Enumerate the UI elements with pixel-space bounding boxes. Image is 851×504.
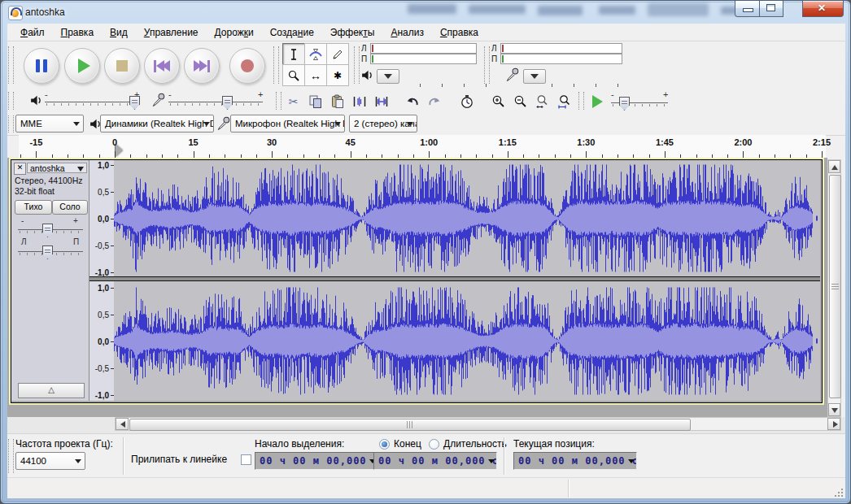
toolbar-grip[interactable] — [273, 46, 279, 84]
project-rate-combo[interactable]: 44100 — [15, 452, 85, 470]
scroll-up-button[interactable] — [828, 160, 840, 173]
scroll-right-button[interactable] — [827, 418, 840, 430]
meter-dropdown-button[interactable] — [523, 69, 546, 84]
skip-to-start-button[interactable] — [144, 48, 180, 84]
waveform-channel-right[interactable] — [114, 281, 820, 401]
pause-button[interactable] — [24, 48, 59, 84]
paste-button[interactable] — [325, 90, 349, 113]
scroll-down-button[interactable] — [828, 403, 840, 416]
play-at-speed-icon — [592, 95, 603, 108]
menu-item-Эффекты[interactable]: Эффекты — [322, 24, 383, 41]
separator — [123, 437, 124, 475]
play-button[interactable] — [64, 48, 100, 84]
timeline-tick — [822, 151, 823, 158]
cut-button[interactable]: ✂ — [281, 90, 305, 113]
multi-tool-button[interactable]: ✱ — [326, 64, 349, 86]
toolbar-grip[interactable] — [578, 92, 584, 110]
menu-item-Управление[interactable]: Управление — [136, 24, 207, 41]
silence-icon — [374, 94, 389, 109]
end-radio[interactable] — [379, 439, 390, 450]
clip-indicator — [372, 55, 373, 63]
stop-button[interactable] — [104, 48, 140, 84]
playback-speed-thumb[interactable] — [619, 97, 630, 111]
horizontal-scroll-thumb[interactable] — [129, 419, 691, 431]
audio-position-field[interactable]: 00 ч 00 м 00,000 с — [513, 452, 637, 470]
pan-slider-thumb[interactable] — [42, 245, 53, 259]
fit-project-button[interactable] — [552, 90, 576, 113]
redo-button[interactable] — [422, 90, 446, 113]
menu-item-Вид[interactable]: Вид — [102, 24, 136, 41]
input-volume-slider[interactable] — [168, 102, 263, 102]
titlebar[interactable]: antoshka ✕ — [1, 1, 850, 24]
menu-item-Файл[interactable]: Файл — [12, 24, 53, 41]
fit-selection-button[interactable] — [530, 90, 554, 113]
menu-item-Создание[interactable]: Создание — [262, 24, 322, 41]
envelope-tool-button[interactable] — [304, 43, 327, 65]
trim-outside-selection-button[interactable] — [347, 90, 371, 113]
record-button[interactable] — [229, 48, 265, 84]
menu-item-Справка[interactable]: Справка — [432, 24, 487, 41]
timeline-tick — [743, 151, 744, 158]
timeshift-tool-button[interactable]: ↔ — [304, 64, 327, 86]
selection-tool-button[interactable] — [282, 43, 305, 65]
playback-meter[interactable]: Л П -36-24-120 — [359, 41, 482, 89]
play-at-speed-button[interactable] — [587, 90, 608, 113]
horizontal-scrollbar[interactable] — [115, 417, 841, 431]
input-volume-thumb[interactable] — [222, 96, 233, 110]
toolbar-grip[interactable] — [8, 439, 14, 473]
mute-button[interactable]: Тихо — [15, 200, 52, 215]
copy-button[interactable] — [303, 90, 327, 113]
recording-meter[interactable]: Л П -36-24-120 — [489, 41, 629, 89]
close-button[interactable]: ✕ — [802, 1, 844, 17]
vertical-ruler-value: 0,5 — [98, 187, 109, 196]
gain-slider-thumb[interactable] — [42, 224, 53, 237]
zoom-out-button[interactable] — [508, 90, 532, 113]
selection-start-field[interactable]: 00 ч 00 м 00,000 с — [255, 452, 378, 470]
sync-clock-button[interactable] — [454, 90, 479, 113]
paste-icon — [330, 94, 345, 109]
toolbar-grip[interactable] — [8, 92, 14, 110]
toolbar-grip[interactable] — [8, 115, 14, 133]
selection-toolbar: Частота проекта (Гц): 44100 Прилипать к … — [7, 433, 845, 478]
resize-grip-icon[interactable] — [833, 487, 844, 497]
toolbar-grip[interactable] — [8, 46, 14, 84]
vertical-scrollbar[interactable] — [827, 159, 841, 417]
scroll-left-button[interactable] — [116, 418, 129, 430]
zoom-in-button[interactable] — [487, 90, 510, 113]
track-collapse-button[interactable]: △ — [18, 383, 85, 398]
track-control-panel[interactable]: ✕ antoshka Стерео, 44100Hz 32-bit float … — [11, 160, 89, 401]
menu-item-Правка[interactable]: Правка — [53, 24, 103, 41]
snap-to-checkbox[interactable] — [241, 454, 251, 465]
input-device-combo[interactable]: Микрофон (Realtek High Defir — [230, 115, 345, 133]
meter-scale-tick — [464, 84, 465, 87]
timeline-tick — [115, 151, 116, 158]
silence-selection-button[interactable] — [369, 90, 393, 113]
timeline-ruler[interactable]: -1501530451:001:151:301:452:002:15 — [19, 135, 826, 159]
toolbar-grip[interactable] — [276, 92, 281, 110]
waveform-channel-left[interactable] — [114, 160, 820, 276]
menu-item-Анализ[interactable]: Анализ — [382, 24, 432, 41]
vertical-scroll-thumb[interactable] — [829, 175, 841, 398]
skip-to-end-button[interactable] — [184, 48, 220, 84]
draw-tool-button[interactable] — [326, 43, 349, 65]
length-radio[interactable] — [429, 439, 439, 450]
project-rate-value: 44100 — [20, 456, 46, 466]
solo-button[interactable]: Соло — [52, 200, 88, 215]
audio-host-combo[interactable]: MME — [15, 115, 84, 133]
undo-button[interactable] — [400, 90, 424, 113]
maximize-button[interactable] — [759, 1, 783, 17]
input-channels-combo[interactable]: 2 (стерео) канал — [349, 115, 417, 133]
toolbar-dock-row1: ↔ ✱ Л П -36-24-120 Л П — [7, 41, 845, 89]
zoom-tool-button[interactable] — [282, 64, 305, 86]
output-volume-slider[interactable] — [45, 102, 139, 102]
vertical-ruler-value: 1,0 — [98, 283, 109, 292]
timeline-tick — [351, 151, 351, 158]
minimize-button[interactable] — [735, 1, 761, 17]
output-volume-thumb[interactable] — [129, 96, 140, 110]
selection-end-field[interactable]: 00 ч 00 м 00,000 с — [373, 452, 497, 470]
track-close-button[interactable]: ✕ — [14, 163, 26, 175]
track-name-dropdown[interactable]: antoshka — [27, 163, 87, 173]
output-device-combo[interactable]: Динамики (Realtek High Defin — [100, 115, 214, 133]
meter-dropdown-button[interactable] — [377, 69, 399, 84]
menu-item-Дорожки[interactable]: Дорожки — [207, 24, 262, 41]
